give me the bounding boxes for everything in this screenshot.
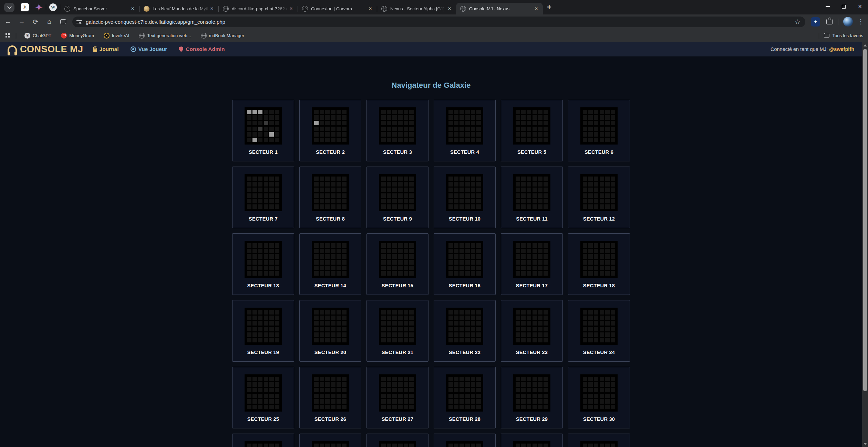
tab-close-icon[interactable]: ✕ [288,6,294,12]
tab-close-icon[interactable]: ✕ [533,6,539,12]
site-settings-icon[interactable] [76,20,82,24]
bookmark-item[interactable]: mdBook Manager [197,31,248,40]
sector-card-24[interactable]: SECTEUR 24 [568,300,630,362]
sector-card-22[interactable]: SECTEUR 22 [434,300,496,362]
apps-grid-icon[interactable] [6,33,10,38]
sector-cell [404,243,408,248]
sector-card-35[interactable]: SECTEUR 35 [501,434,563,447]
browser-tab[interactable]: Connexion | Corvara✕ [298,3,377,14]
sector-cell [404,204,408,209]
sector-card-32[interactable]: SECTEUR 32 [299,434,361,447]
minimize-button[interactable] [819,0,836,13]
scrollbar-down-arrow[interactable] [862,441,868,447]
tab-close-icon[interactable]: ✕ [130,6,136,12]
pinned-tab[interactable]: ✳ [18,1,32,13]
nav-journal[interactable]: Journal [93,46,119,52]
sector-cell [538,405,542,409]
sector-card-34[interactable]: SECTEUR 34 [434,434,496,447]
sector-cell [600,444,604,447]
tab-search-button[interactable] [4,3,14,12]
sector-card-27[interactable]: SECTEUR 27 [366,367,428,428]
sector-card-7[interactable]: SECTEUR 7 [232,167,294,228]
nav-console-admin[interactable]: Console Admin [179,46,225,52]
sector-card-9[interactable]: SECTEUR 9 [366,167,428,228]
sector-cell [454,204,458,209]
page-scrollbar[interactable] [862,42,868,447]
sector-card-10[interactable]: SECTEUR 10 [434,167,496,228]
app-logo[interactable]: CONSOLE MJ [8,44,83,55]
profile-avatar[interactable] [843,17,853,26]
sector-card-4[interactable]: SECTEUR 4 [434,100,496,161]
pinned-tab[interactable]: W [46,1,60,13]
sector-card-16[interactable]: SECTEUR 16 [434,233,496,295]
sector-card-31[interactable]: SECTEUR 31 [232,434,294,447]
sector-cell [544,127,548,131]
sector-cell [331,243,335,248]
home-button[interactable]: ⌂ [43,16,55,28]
sector-cell [409,182,414,187]
new-tab-button[interactable]: + [547,3,551,12]
sector-card-23[interactable]: SECTEUR 23 [501,300,563,362]
bookmark-item[interactable]: MoneyGram [58,31,97,40]
extensions-puzzle-icon[interactable] [826,19,833,24]
sector-card-28[interactable]: SECTEUR 28 [434,367,496,428]
sector-cell [454,127,458,131]
sector-cell [381,115,386,120]
tab-close-icon[interactable]: ✕ [209,6,215,12]
browser-tab[interactable]: discord-like-php-chat-7262.dev✕ [219,3,298,14]
sector-cell [325,338,330,342]
sector-card-14[interactable]: SECTEUR 14 [299,233,361,295]
reload-button[interactable]: ⟳ [30,16,41,28]
sector-card-5[interactable]: SECTEUR 5 [501,100,563,161]
address-bar[interactable]: galactic-pve-conquest-c7fe.dev.flatlogic… [72,17,805,27]
sector-cell [594,260,598,265]
sector-card-6[interactable]: SECTEUR 6 [568,100,630,161]
sector-card-18[interactable]: SECTEUR 18 [568,233,630,295]
bookmark-item[interactable]: ✳ChatGPT [21,31,55,40]
sector-card-33[interactable]: SECTEUR 33 [366,434,428,447]
sector-card-1[interactable]: SECTEUR 1 [232,100,294,161]
scrollbar-up-arrow[interactable] [862,42,868,48]
sector-card-36[interactable]: SECTEUR 36 [568,434,630,447]
tab-close-icon[interactable]: ✕ [367,6,373,12]
side-panel-button[interactable] [57,16,69,28]
sector-card-13[interactable]: SECTEUR 13 [232,233,294,295]
sector-card-15[interactable]: SECTEUR 15 [366,233,428,295]
browser-menu-icon[interactable]: ⋮ [858,18,864,25]
sector-cell [611,377,615,381]
sector-card-21[interactable]: SECTEUR 21 [366,300,428,362]
back-button[interactable]: ← [2,16,14,28]
tab-close-icon[interactable]: ✕ [446,6,453,12]
sector-card-29[interactable]: SECTEUR 29 [501,367,563,428]
sector-card-30[interactable]: SECTEUR 30 [568,367,630,428]
sector-card-26[interactable]: SECTEUR 26 [299,367,361,428]
scrollbar-thumb[interactable] [863,49,867,391]
maximize-button[interactable] [836,0,852,13]
browser-tab-active[interactable]: Console MJ - Nexus✕ [456,3,543,14]
browser-tab[interactable]: Les Neuf Mondes de la Mythol✕ [140,3,218,14]
pinned-tab[interactable] [32,1,46,13]
bookmark-item[interactable]: InvokeAI [100,31,133,40]
sector-card-12[interactable]: SECTEUR 12 [568,167,630,228]
close-button[interactable]: ✕ [852,0,868,13]
sector-card-19[interactable]: SECTEUR 19 [232,300,294,362]
sector-card-25[interactable]: SECTEUR 25 [232,367,294,428]
browser-tab[interactable]: Nexus - Secteur Alpha [G1]✕ [377,3,456,14]
sector-card-17[interactable]: SECTEUR 17 [501,233,563,295]
all-bookmarks[interactable]: Tous les favoris [819,33,868,39]
bookmark-star-icon[interactable]: ☆ [793,18,802,26]
forward-button[interactable]: → [16,16,28,28]
sector-cell [605,110,610,114]
sector-cell [533,327,537,331]
sector-cell [392,127,397,131]
nav-vue-joueur[interactable]: Vue Joueur [131,46,167,52]
sector-card-11[interactable]: SECTEUR 11 [501,167,563,228]
sector-card-20[interactable]: SECTEUR 20 [299,300,361,362]
sector-card-8[interactable]: SECTEUR 8 [299,167,361,228]
sector-card-2[interactable]: SECTEUR 2 [299,100,361,161]
url-text[interactable]: galactic-pve-conquest-c7fe.dev.flatlogic… [86,19,793,25]
sector-card-3[interactable]: SECTEUR 3 [366,100,428,161]
bookmark-item[interactable]: Text generation web... [135,31,194,40]
extension-pinned-icon[interactable]: ✦ [811,17,820,26]
browser-tab[interactable]: Spacebar Server✕ [60,3,139,14]
